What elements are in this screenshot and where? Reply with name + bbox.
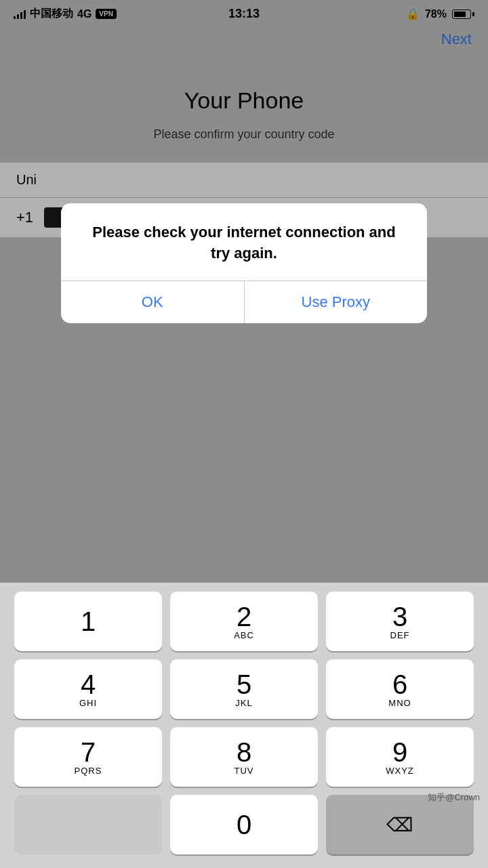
key-delete[interactable]: ⌫ — [326, 795, 474, 854]
keyboard-row-2: 4 GHI 5 JKL 6 MNO — [5, 659, 483, 719]
alert-message: Please check your internet connection an… — [61, 203, 427, 281]
keyboard: 1 2 ABC 3 DEF 4 GHI 5 JKL 6 MNO 7 PQRS — [0, 583, 488, 868]
alert-dialog: Please check your internet connection an… — [61, 203, 427, 323]
delete-icon: ⌫ — [386, 814, 413, 836]
key-6[interactable]: 6 MNO — [326, 659, 474, 719]
alert-actions: OK Use Proxy — [61, 281, 427, 323]
keyboard-row-3: 7 PQRS 8 TUV 9 WXYZ — [5, 727, 483, 787]
key-2[interactable]: 2 ABC — [170, 592, 318, 651]
key-1[interactable]: 1 — [14, 592, 162, 651]
key-0[interactable]: 0 — [170, 795, 318, 854]
key-4[interactable]: 4 GHI — [14, 659, 162, 719]
alert-ok-button[interactable]: OK — [61, 281, 244, 323]
key-9[interactable]: 9 WXYZ — [326, 727, 474, 787]
alert-proxy-button[interactable]: Use Proxy — [245, 281, 428, 323]
key-8[interactable]: 8 TUV — [170, 727, 318, 787]
key-empty — [14, 795, 162, 854]
watermark: 知乎@Crown — [428, 791, 480, 804]
keyboard-row-4: 0 ⌫ — [5, 795, 483, 854]
key-5[interactable]: 5 JKL — [170, 659, 318, 719]
keyboard-row-1: 1 2 ABC 3 DEF — [5, 592, 483, 651]
key-7[interactable]: 7 PQRS — [14, 727, 162, 787]
key-3[interactable]: 3 DEF — [326, 592, 474, 651]
